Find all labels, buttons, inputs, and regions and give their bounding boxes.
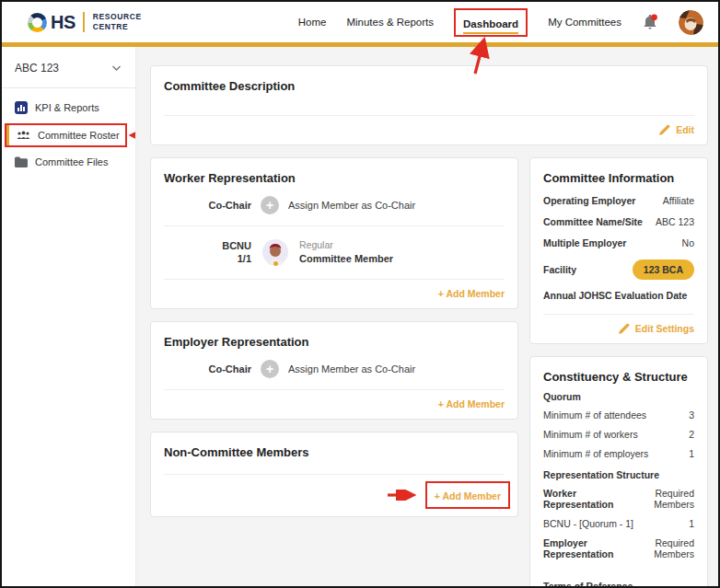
- cs-label: Employer Representation: [543, 537, 632, 559]
- sidebar-item-committee-roster[interactable]: Committee Roster: [6, 125, 125, 145]
- sidebar-item-committee-files[interactable]: Committee Files: [2, 151, 135, 173]
- committee-description-card: Committee Description Edit: [150, 65, 708, 145]
- quorum-heading: Quorum: [530, 386, 707, 406]
- member-avatar: [262, 239, 288, 265]
- logo-resource-centre: RESOURCE CENTRE: [93, 12, 142, 31]
- dashboard-annotation-box: Dashboard: [454, 8, 528, 37]
- cs-label: BCNU - [Quorum - 1]: [543, 518, 633, 529]
- sidebar-item-label: Committee Roster: [38, 130, 120, 141]
- non-committee-members-card: Non-Committee Members + Add Member: [150, 432, 518, 517]
- pencil-icon: [659, 124, 670, 135]
- cs-label: Minimum # of workers: [543, 429, 638, 440]
- plus-circle-icon: +: [261, 196, 279, 214]
- info-label: Committee Name/Site: [543, 216, 643, 227]
- nav-home[interactable]: Home: [298, 17, 327, 28]
- info-value: Affiliate: [663, 195, 694, 206]
- app-logo[interactable]: HS RESOURCE CENTRE: [28, 12, 142, 33]
- annotation-arrow-up: [469, 37, 493, 77]
- worker-representation-card: Worker Representation Co-Chair + Assign …: [150, 157, 518, 309]
- card-title: Constituency & Structure: [530, 357, 707, 386]
- sidebar-item-label: Committee Files: [35, 156, 108, 167]
- sidebar-divider: [2, 87, 135, 88]
- card-title: Worker Representation: [151, 158, 517, 192]
- edit-label: Edit: [676, 124, 694, 135]
- cs-value: 2: [689, 429, 694, 440]
- logo-line2: CENTRE: [93, 22, 142, 32]
- notifications-bell-icon[interactable]: [642, 14, 658, 30]
- info-label: Multiple Employer: [543, 237, 626, 248]
- nav-minutes-reports[interactable]: Minutes & Reports: [346, 17, 434, 28]
- sidebar-item-kpi-reports[interactable]: KPI & Reports: [2, 96, 135, 120]
- card-title: Non-Committee Members: [151, 432, 517, 474]
- app-window: HS RESOURCE CENTRE Home Minutes & Report…: [0, 0, 720, 588]
- quorum-row: Minimum # of employers 1: [530, 444, 707, 464]
- info-value: No: [682, 237, 694, 248]
- constituency-structure-card: Constituency & Structure Quorum Minimum …: [529, 356, 708, 586]
- annotation-arrow-left: [127, 130, 135, 141]
- top-header: HS RESOURCE CENTRE Home Minutes & Report…: [2, 2, 718, 42]
- structure-heading: Representation Structure: [530, 464, 707, 484]
- quorum-row: Minimum # of workers 2: [530, 425, 707, 444]
- assign-label: Assign Member as Co-Chair: [288, 200, 415, 211]
- people-group-icon: [17, 131, 30, 140]
- cs-value: 1: [689, 448, 694, 459]
- nav-my-committees[interactable]: My Committees: [548, 17, 621, 28]
- page-body: ABC 123 KPI & Reports: [2, 47, 718, 586]
- info-row: Annual JOHSC Evaluation Date: [530, 285, 707, 314]
- cs-label: Worker Representation: [543, 488, 628, 510]
- info-row-facility: Facility 123 BCA: [530, 254, 707, 285]
- assign-cochair-employer[interactable]: Co-Chair + Assign Member as Co-Chair: [151, 356, 517, 389]
- card-title: Committee Information: [530, 158, 707, 190]
- folder-icon: [15, 156, 28, 167]
- committee-member-row[interactable]: BCNU 1/1: [151, 226, 517, 279]
- info-label: Facility: [543, 264, 576, 275]
- card-title: Committee Description: [151, 66, 707, 115]
- cochair-label: Co-Chair: [164, 363, 251, 375]
- info-row: Committee Name/Site ABC 123: [530, 212, 707, 233]
- cs-value: Required Members: [632, 537, 694, 559]
- committee-information-card: Committee Information Operating Employer…: [529, 157, 708, 344]
- nav-dashboard[interactable]: Dashboard: [463, 18, 518, 34]
- info-value: ABC 123: [656, 216, 694, 227]
- member-role: Committee Member: [299, 252, 393, 265]
- add-worker-member-button[interactable]: + Add Member: [438, 288, 505, 299]
- terms-heading: Terms of Reference: [530, 575, 707, 586]
- committee-selector-value: ABC 123: [15, 62, 59, 75]
- main-content: Committee Description Edit Wor: [136, 47, 718, 586]
- edit-label: Edit Settings: [635, 323, 694, 334]
- member-meta: Regular Committee Member: [299, 239, 393, 265]
- structure-row: Worker Representation Required Members: [530, 484, 707, 514]
- user-avatar[interactable]: [679, 10, 703, 35]
- accent-bar: [2, 42, 718, 47]
- plus-circle-icon: +: [261, 360, 279, 378]
- sidebar-item-label: KPI & Reports: [35, 102, 99, 113]
- cochair-label: Co-Chair: [164, 200, 251, 211]
- assign-label: Assign Member as Co-Chair: [288, 363, 415, 375]
- info-label: Annual JOHSC Evaluation Date: [543, 290, 687, 301]
- member-status-dot: [273, 261, 278, 266]
- edit-committee-settings-button[interactable]: Edit Settings: [619, 323, 694, 334]
- cs-label: Minimum # of employers: [543, 448, 648, 459]
- committee-selector-dropdown[interactable]: ABC 123: [2, 56, 135, 80]
- quorum-row: Minimum # of attendees 3: [530, 406, 707, 425]
- assign-cochair-worker[interactable]: Co-Chair + Assign Member as Co-Chair: [151, 192, 517, 225]
- chevron-down-icon: [112, 65, 121, 71]
- logo-ohs-o-icon: [28, 13, 47, 32]
- member-count: 1/1: [164, 252, 251, 265]
- info-row: Multiple Employer No: [530, 233, 707, 254]
- structure-row: Employer Representation Required Members: [530, 534, 707, 564]
- member-type: Regular: [299, 239, 393, 252]
- logo-hs-text: HS: [51, 12, 75, 33]
- structure-row: BCNU - [Quorum - 1] 1: [530, 514, 707, 534]
- add-non-committee-member-button[interactable]: + Add Member: [435, 490, 501, 502]
- cs-value: 3: [689, 409, 694, 421]
- add-employer-member-button[interactable]: + Add Member: [438, 398, 505, 409]
- cs-value: 1: [689, 518, 694, 529]
- logo-divider: [83, 12, 85, 32]
- edit-description-button[interactable]: Edit: [659, 124, 694, 135]
- card-title: Employer Representation: [151, 322, 517, 356]
- sidebar: ABC 123 KPI & Reports: [2, 47, 136, 586]
- right-column: Committee Information Operating Employer…: [529, 157, 708, 586]
- facility-badge: 123 BCA: [633, 259, 694, 280]
- employer-representation-card: Employer Representation Co-Chair + Assig…: [150, 321, 518, 420]
